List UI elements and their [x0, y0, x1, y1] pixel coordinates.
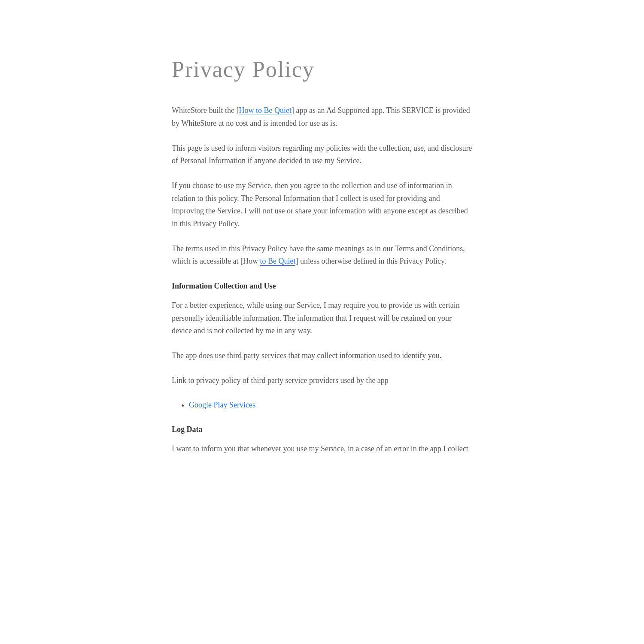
section1-paragraph-1: For a better experience, while using our…: [172, 299, 472, 337]
how-to-be-quiet-link-2[interactable]: to Be Quiet: [260, 257, 295, 266]
intro-paragraph-2: This page is used to inform visitors reg…: [172, 142, 472, 167]
section1-paragraph-3: Link to privacy policy of third party se…: [172, 374, 472, 387]
section2-heading: Log Data: [172, 423, 472, 436]
page-title: Privacy Policy: [172, 52, 472, 87]
google-play-services-link[interactable]: Google Play Services: [189, 401, 255, 409]
intro-paragraph-3: If you choose to use my Service, then yo…: [172, 179, 472, 231]
intro-paragraph-4-suffix: ] unless otherwise defined in this Priva…: [295, 257, 446, 265]
intro-paragraph-1: WhiteStore built the [How to Be Quiet] a…: [172, 104, 472, 130]
page-container: Privacy Policy WhiteStore built the [How…: [116, 0, 528, 502]
intro-paragraph-4: The terms used in this Privacy Policy ha…: [172, 243, 472, 268]
how-to-be-quiet-link-1[interactable]: How to Be Quiet: [239, 106, 291, 115]
list-item: Google Play Services: [189, 399, 472, 411]
intro-paragraph-1-prefix: WhiteStore built the [: [172, 106, 239, 115]
section2-paragraph-1: I want to inform you that whenever you u…: [172, 443, 472, 456]
section1-heading: Information Collection and Use: [172, 280, 472, 292]
section1-paragraph-2: The app does use third party services th…: [172, 349, 472, 362]
third-party-links-list: Google Play Services: [189, 399, 472, 411]
